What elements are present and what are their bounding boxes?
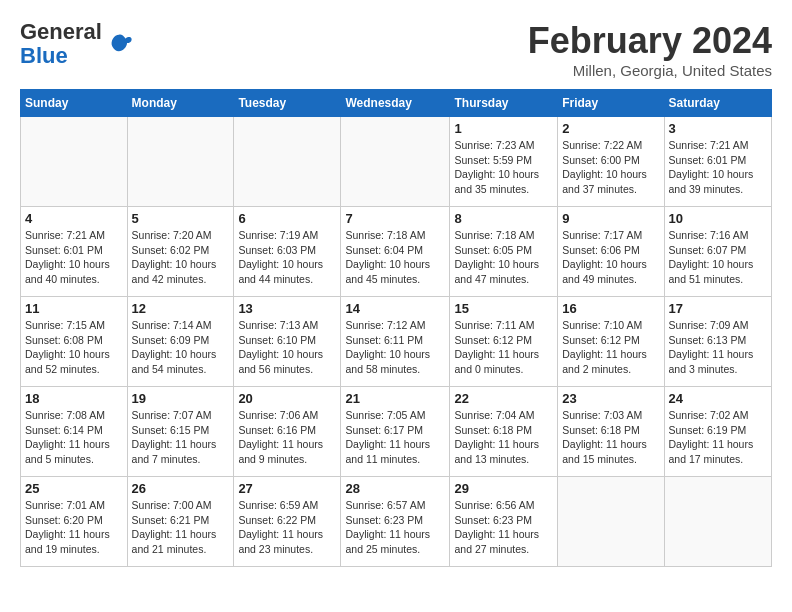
day-number: 29 [454,481,553,496]
day-info: Sunrise: 7:04 AM Sunset: 6:18 PM Dayligh… [454,408,553,467]
day-number: 21 [345,391,445,406]
day-number: 25 [25,481,123,496]
page-header: General Blue February 2024 Millen, Georg… [20,20,772,79]
calendar-table: SundayMondayTuesdayWednesdayThursdayFrid… [20,89,772,567]
day-info: Sunrise: 7:23 AM Sunset: 5:59 PM Dayligh… [454,138,553,197]
day-number: 23 [562,391,659,406]
calendar-cell: 28Sunrise: 6:57 AM Sunset: 6:23 PM Dayli… [341,477,450,567]
calendar-cell: 16Sunrise: 7:10 AM Sunset: 6:12 PM Dayli… [558,297,664,387]
weekday-header-tuesday: Tuesday [234,90,341,117]
day-info: Sunrise: 7:11 AM Sunset: 6:12 PM Dayligh… [454,318,553,377]
day-number: 1 [454,121,553,136]
calendar-week-row: 25Sunrise: 7:01 AM Sunset: 6:20 PM Dayli… [21,477,772,567]
day-number: 10 [669,211,767,226]
day-number: 6 [238,211,336,226]
weekday-header-saturday: Saturday [664,90,771,117]
day-number: 7 [345,211,445,226]
calendar-cell: 10Sunrise: 7:16 AM Sunset: 6:07 PM Dayli… [664,207,771,297]
day-number: 18 [25,391,123,406]
day-info: Sunrise: 7:05 AM Sunset: 6:17 PM Dayligh… [345,408,445,467]
calendar-cell: 27Sunrise: 6:59 AM Sunset: 6:22 PM Dayli… [234,477,341,567]
calendar-cell [341,117,450,207]
logo-bird-icon [105,30,133,58]
calendar-cell: 9Sunrise: 7:17 AM Sunset: 6:06 PM Daylig… [558,207,664,297]
day-number: 4 [25,211,123,226]
weekday-header-thursday: Thursday [450,90,558,117]
day-info: Sunrise: 6:59 AM Sunset: 6:22 PM Dayligh… [238,498,336,557]
calendar-week-row: 1Sunrise: 7:23 AM Sunset: 5:59 PM Daylig… [21,117,772,207]
day-number: 26 [132,481,230,496]
day-number: 28 [345,481,445,496]
calendar-cell: 22Sunrise: 7:04 AM Sunset: 6:18 PM Dayli… [450,387,558,477]
calendar-cell: 11Sunrise: 7:15 AM Sunset: 6:08 PM Dayli… [21,297,128,387]
day-info: Sunrise: 7:03 AM Sunset: 6:18 PM Dayligh… [562,408,659,467]
day-info: Sunrise: 7:00 AM Sunset: 6:21 PM Dayligh… [132,498,230,557]
weekday-header-friday: Friday [558,90,664,117]
day-info: Sunrise: 6:56 AM Sunset: 6:23 PM Dayligh… [454,498,553,557]
day-info: Sunrise: 7:10 AM Sunset: 6:12 PM Dayligh… [562,318,659,377]
day-info: Sunrise: 7:12 AM Sunset: 6:11 PM Dayligh… [345,318,445,377]
day-number: 12 [132,301,230,316]
calendar-cell: 21Sunrise: 7:05 AM Sunset: 6:17 PM Dayli… [341,387,450,477]
calendar-cell: 23Sunrise: 7:03 AM Sunset: 6:18 PM Dayli… [558,387,664,477]
day-number: 3 [669,121,767,136]
day-info: Sunrise: 7:18 AM Sunset: 6:05 PM Dayligh… [454,228,553,287]
day-info: Sunrise: 7:14 AM Sunset: 6:09 PM Dayligh… [132,318,230,377]
day-number: 11 [25,301,123,316]
calendar-cell [558,477,664,567]
calendar-cell: 2Sunrise: 7:22 AM Sunset: 6:00 PM Daylig… [558,117,664,207]
month-title: February 2024 [528,20,772,62]
day-info: Sunrise: 7:06 AM Sunset: 6:16 PM Dayligh… [238,408,336,467]
calendar-cell: 24Sunrise: 7:02 AM Sunset: 6:19 PM Dayli… [664,387,771,477]
day-number: 16 [562,301,659,316]
calendar-week-row: 18Sunrise: 7:08 AM Sunset: 6:14 PM Dayli… [21,387,772,477]
day-info: Sunrise: 7:19 AM Sunset: 6:03 PM Dayligh… [238,228,336,287]
calendar-cell [21,117,128,207]
day-info: Sunrise: 6:57 AM Sunset: 6:23 PM Dayligh… [345,498,445,557]
title-block: February 2024 Millen, Georgia, United St… [528,20,772,79]
day-number: 19 [132,391,230,406]
calendar-cell: 26Sunrise: 7:00 AM Sunset: 6:21 PM Dayli… [127,477,234,567]
day-number: 20 [238,391,336,406]
calendar-cell: 29Sunrise: 6:56 AM Sunset: 6:23 PM Dayli… [450,477,558,567]
day-info: Sunrise: 7:18 AM Sunset: 6:04 PM Dayligh… [345,228,445,287]
calendar-cell: 5Sunrise: 7:20 AM Sunset: 6:02 PM Daylig… [127,207,234,297]
day-number: 8 [454,211,553,226]
day-info: Sunrise: 7:21 AM Sunset: 6:01 PM Dayligh… [669,138,767,197]
day-number: 5 [132,211,230,226]
day-number: 15 [454,301,553,316]
calendar-cell: 4Sunrise: 7:21 AM Sunset: 6:01 PM Daylig… [21,207,128,297]
day-info: Sunrise: 7:08 AM Sunset: 6:14 PM Dayligh… [25,408,123,467]
day-number: 9 [562,211,659,226]
day-number: 13 [238,301,336,316]
weekday-header-sunday: Sunday [21,90,128,117]
calendar-cell [234,117,341,207]
day-number: 22 [454,391,553,406]
calendar-cell: 1Sunrise: 7:23 AM Sunset: 5:59 PM Daylig… [450,117,558,207]
weekday-header-row: SundayMondayTuesdayWednesdayThursdayFrid… [21,90,772,117]
calendar-cell: 25Sunrise: 7:01 AM Sunset: 6:20 PM Dayli… [21,477,128,567]
calendar-week-row: 11Sunrise: 7:15 AM Sunset: 6:08 PM Dayli… [21,297,772,387]
calendar-cell [664,477,771,567]
calendar-cell: 19Sunrise: 7:07 AM Sunset: 6:15 PM Dayli… [127,387,234,477]
day-info: Sunrise: 7:21 AM Sunset: 6:01 PM Dayligh… [25,228,123,287]
calendar-cell: 8Sunrise: 7:18 AM Sunset: 6:05 PM Daylig… [450,207,558,297]
day-info: Sunrise: 7:16 AM Sunset: 6:07 PM Dayligh… [669,228,767,287]
calendar-cell: 15Sunrise: 7:11 AM Sunset: 6:12 PM Dayli… [450,297,558,387]
logo-blue: Blue [20,43,68,68]
location: Millen, Georgia, United States [528,62,772,79]
calendar-cell: 18Sunrise: 7:08 AM Sunset: 6:14 PM Dayli… [21,387,128,477]
calendar-cell: 14Sunrise: 7:12 AM Sunset: 6:11 PM Dayli… [341,297,450,387]
day-info: Sunrise: 7:22 AM Sunset: 6:00 PM Dayligh… [562,138,659,197]
day-number: 14 [345,301,445,316]
day-info: Sunrise: 7:13 AM Sunset: 6:10 PM Dayligh… [238,318,336,377]
day-number: 2 [562,121,659,136]
calendar-cell: 13Sunrise: 7:13 AM Sunset: 6:10 PM Dayli… [234,297,341,387]
calendar-cell: 3Sunrise: 7:21 AM Sunset: 6:01 PM Daylig… [664,117,771,207]
day-info: Sunrise: 7:15 AM Sunset: 6:08 PM Dayligh… [25,318,123,377]
weekday-header-wednesday: Wednesday [341,90,450,117]
weekday-header-monday: Monday [127,90,234,117]
logo: General Blue [20,20,133,68]
day-info: Sunrise: 7:09 AM Sunset: 6:13 PM Dayligh… [669,318,767,377]
calendar-cell: 6Sunrise: 7:19 AM Sunset: 6:03 PM Daylig… [234,207,341,297]
